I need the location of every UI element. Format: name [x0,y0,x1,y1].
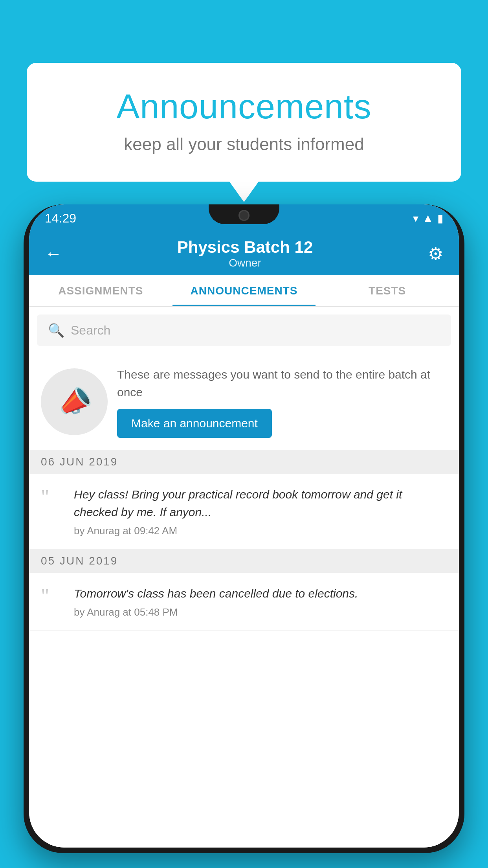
screen-content: 🔍 Search 📣 These are messages you want t… [29,307,459,848]
announcement-content-1: Hey class! Bring your practical record b… [74,485,447,537]
signal-icon: ▲ [422,212,433,224]
app-bar-center: Physics Batch 12 Owner [177,238,313,269]
quote-icon-1: " [41,487,64,508]
back-button[interactable]: ← [45,244,62,263]
date-separator-2: 05 JUN 2019 [29,549,459,573]
app-bar: ← Physics Batch 12 Owner ⚙ [29,232,459,275]
phone-screen: 14:29 ▾ ▲ ▮ ← Physics Batch 12 Owner ⚙ [29,204,459,848]
tab-assignments[interactable]: ASSIGNMENTS [29,275,172,306]
search-bar[interactable]: 🔍 Search [37,314,451,346]
phone-wrapper: 14:29 ▾ ▲ ▮ ← Physics Batch 12 Owner ⚙ [24,204,464,868]
tabs-bar: ASSIGNMENTS ANNOUNCEMENTS TESTS [29,275,459,307]
app-bar-title: Physics Batch 12 [177,238,313,257]
announcement-item-1[interactable]: " Hey class! Bring your practical record… [29,474,459,549]
settings-button[interactable]: ⚙ [428,244,443,264]
date-separator-1: 06 JUN 2019 [29,450,459,474]
quote-icon-2: " [41,586,64,607]
announcement-item-2[interactable]: " Tomorrow's class has been cancelled du… [29,573,459,631]
make-announcement-button[interactable]: Make an announcement [117,409,272,438]
tab-announcements[interactable]: ANNOUNCEMENTS [172,275,316,306]
speech-bubble-container: Announcements keep all your students inf… [27,63,461,182]
search-icon: 🔍 [48,322,64,338]
promo-right: These are messages you want to send to t… [117,366,447,438]
announcement-meta-2: by Anurag at 05:48 PM [74,606,447,618]
status-time: 14:29 [45,211,76,226]
battery-icon: ▮ [437,212,443,225]
announcement-promo: 📣 These are messages you want to send to… [29,354,459,450]
camera-notch [238,210,250,221]
phone-notch [209,204,279,224]
announcement-text-2: Tomorrow's class has been cancelled due … [74,585,447,602]
search-placeholder: Search [71,323,110,338]
speech-bubble: Announcements keep all your students inf… [27,63,461,182]
speech-bubble-subtitle: keep all your students informed [58,134,430,154]
speech-bubble-title: Announcements [58,86,430,127]
announcement-content-2: Tomorrow's class has been cancelled due … [74,585,447,618]
wifi-icon: ▾ [413,212,418,225]
tab-tests[interactable]: TESTS [316,275,459,306]
app-bar-subtitle: Owner [177,257,313,269]
announcement-text-1: Hey class! Bring your practical record b… [74,485,447,521]
announcement-meta-1: by Anurag at 09:42 AM [74,525,447,537]
megaphone-icon: 📣 [53,382,95,422]
promo-icon-circle: 📣 [41,368,108,435]
phone-frame: 14:29 ▾ ▲ ▮ ← Physics Batch 12 Owner ⚙ [24,204,464,853]
promo-description: These are messages you want to send to t… [117,366,447,401]
status-icons: ▾ ▲ ▮ [413,212,443,225]
